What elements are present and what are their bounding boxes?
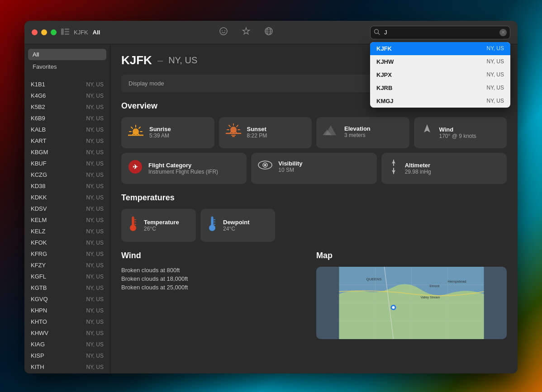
sidebar-toggle-icon[interactable] (61, 28, 69, 37)
wind-section: Wind Broken clouds at 800ft Broken cloud… (121, 251, 312, 339)
flight-category-card: ✈ Flight Category Instrument Flight Rule… (121, 153, 247, 184)
dewpoint-icon (207, 215, 218, 236)
list-item[interactable]: KELMNY, US (24, 214, 110, 226)
list-item[interactable]: KFRGNY, US (24, 248, 110, 260)
temperature-icon (128, 215, 138, 236)
search-clear-button[interactable]: ✕ (499, 29, 507, 36)
wind-section-title: Wind (121, 251, 312, 260)
visibility-icon (257, 159, 273, 174)
sunset-card: Sunset 8:22 PM (219, 117, 312, 148)
list-item[interactable]: KHWVNY, US (24, 327, 110, 339)
sunset-value: 8:22 PM (247, 132, 267, 139)
dropdown-item-kjfk[interactable]: KJFK NY, US (370, 42, 510, 55)
display-mode-label: Display mode (128, 80, 164, 87)
dropdown-item-kjpx[interactable]: KJPX NY, US (370, 68, 510, 81)
list-item[interactable]: KGVQNY, US (24, 293, 110, 305)
globe-icon[interactable] (264, 27, 273, 38)
close-button[interactable] (32, 29, 38, 35)
overview-cards-row2: ✈ Flight Category Instrument Flight Rule… (121, 153, 507, 184)
sidebar-item-all[interactable]: All (28, 49, 106, 60)
list-item[interactable]: KBUFNY, US (24, 158, 110, 169)
svg-point-4 (220, 28, 227, 35)
list-item[interactable]: KFZYNY, US (24, 260, 110, 271)
wind-map-section: Wind Broken clouds at 800ft Broken cloud… (121, 251, 507, 339)
svg-point-37 (264, 164, 266, 166)
list-item[interactable]: KBGMNY, US (24, 146, 110, 158)
svg-line-23 (237, 125, 238, 127)
sunrise-title: Sunrise (149, 126, 171, 132)
list-item[interactable]: KISPNY, US (24, 350, 110, 361)
svg-rect-2 (65, 31, 69, 33)
minimize-button[interactable] (41, 29, 47, 35)
maximize-button[interactable] (51, 29, 57, 35)
map-section-title: Map (316, 251, 507, 260)
list-item[interactable]: KIAGNY, US (24, 339, 110, 350)
dropdown-item-kmgj[interactable]: KMGJ NY, US (370, 94, 510, 108)
altimeter-icon (388, 159, 399, 178)
svg-marker-32 (424, 124, 430, 132)
list-item[interactable]: KDKKNY, US (24, 192, 110, 203)
wind-title: Wind (439, 126, 476, 133)
list-item[interactable]: KDSVNY, US (24, 203, 110, 214)
svg-point-6 (224, 30, 225, 31)
svg-rect-1 (65, 28, 69, 30)
svg-text:Hempstead: Hempstead (448, 279, 466, 283)
sunrise-icon (128, 123, 144, 141)
list-item[interactable]: KD38NY, US (24, 180, 110, 192)
sunrise-value: 5:39 AM (149, 132, 171, 139)
list-item[interactable]: KGTBNY, US (24, 282, 110, 293)
list-item[interactable]: KHPNNY, US (24, 305, 110, 316)
temperature-cards: Temperature 26°C (121, 209, 275, 242)
dewpoint-card: Dewpoint 24°C (200, 209, 275, 242)
dropdown-item-kjhw[interactable]: KJHW NY, US (370, 55, 510, 68)
clouds-list: Broken clouds at 800ft Broken clouds at … (121, 267, 312, 291)
map-section: Map (316, 251, 507, 339)
list-item[interactable]: KELZNY, US (24, 226, 110, 237)
altimeter-title: Altimeter (405, 162, 431, 169)
svg-text:QUEENS: QUEENS (366, 277, 382, 281)
svg-text:Valley Stream: Valley Stream (421, 296, 440, 299)
list-item[interactable]: KCZGNY, US (24, 169, 110, 180)
sidebar: All Favorites K1B1NY, US K4G6NY, US K5B2… (24, 44, 110, 373)
main-window: KJFK All (24, 21, 518, 373)
sidebar-item-favorites[interactable]: Favorites (28, 61, 106, 72)
map-placeholder[interactable]: QUEENS Elmont Hempstead Valley Stream (316, 267, 507, 339)
overview-cards-row1: Sunrise 5:39 AM (121, 117, 507, 148)
list-item[interactable]: KITHNY, US (24, 361, 110, 373)
svg-point-5 (222, 30, 223, 31)
list-item[interactable]: K4G6NY, US (24, 90, 110, 101)
sidebar-list[interactable]: K1B1NY, US K4G6NY, US K5B2NY, US K6B9NY,… (24, 77, 110, 373)
list-item[interactable]: KALBNY, US (24, 124, 110, 135)
temperature-card: Temperature 26°C (121, 209, 196, 242)
list-item[interactable]: K5B2NY, US (24, 101, 110, 113)
svg-line-25 (229, 125, 230, 127)
list-item[interactable]: K6B9NY, US (24, 113, 110, 124)
star-icon[interactable] (242, 27, 251, 38)
list-item[interactable]: KIUANY, US (24, 373, 110, 373)
elevation-card: Elevation 3 meters (316, 117, 409, 148)
altimeter-value: 29.98 inHg (405, 169, 431, 175)
svg-rect-3 (65, 33, 69, 35)
svg-line-18 (131, 127, 133, 128)
dewpoint-value: 24°C (223, 226, 250, 232)
list-item[interactable]: KHTONY, US (24, 316, 110, 327)
svg-line-16 (139, 127, 140, 128)
list-item[interactable]: KARTNY, US (24, 135, 110, 146)
svg-rect-45 (132, 219, 134, 228)
smiley-icon[interactable] (219, 27, 228, 38)
sunset-title: Sunset (247, 126, 267, 132)
dropdown-item-kjrb[interactable]: KJRB NY, US (370, 81, 510, 94)
cloud-item: Broken clouds at 800ft (121, 267, 312, 274)
airport-title: KJFK (121, 53, 152, 67)
list-item[interactable]: K1B1NY, US (24, 79, 110, 90)
dewpoint-title: Dewpoint (223, 219, 250, 226)
visibility-value: 10 SM (278, 167, 302, 173)
list-item[interactable]: KGFLNY, US (24, 271, 110, 282)
visibility-title: Visibility (278, 160, 302, 167)
temperature-value: 26°C (144, 226, 179, 232)
wind-direction-icon (420, 123, 434, 142)
search-input[interactable] (370, 26, 510, 39)
titlebar: KJFK All (24, 21, 518, 44)
list-item[interactable]: KFOKNY, US (24, 237, 110, 248)
cloud-item: Broken clouds at 18,000ft (121, 275, 312, 282)
